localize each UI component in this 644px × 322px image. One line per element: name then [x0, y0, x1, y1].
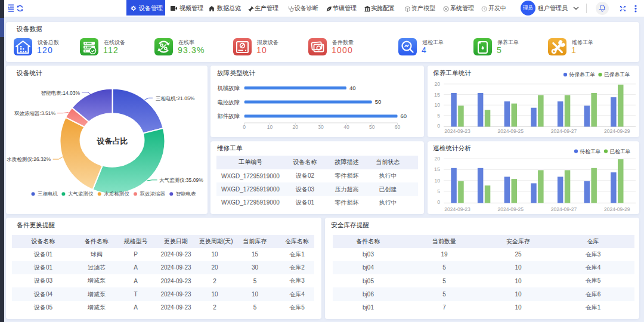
- svg-text:待检工单: 待检工单: [580, 148, 601, 154]
- svg-text:2024-09-23: 2024-09-23: [444, 206, 470, 212]
- svg-text:2024-09-25: 2024-09-25: [498, 206, 524, 212]
- svg-text:15: 15: [434, 166, 440, 172]
- svg-text:0: 0: [437, 199, 440, 205]
- svg-text:2024-09-29: 2024-09-29: [604, 206, 630, 212]
- svg-text:2024-09-27: 2024-09-27: [551, 206, 577, 212]
- svg-text:20: 20: [435, 156, 441, 162]
- svg-text:5: 5: [437, 188, 440, 194]
- svg-text:已检工单: 已检工单: [610, 148, 631, 154]
- svg-text:10: 10: [435, 178, 441, 184]
